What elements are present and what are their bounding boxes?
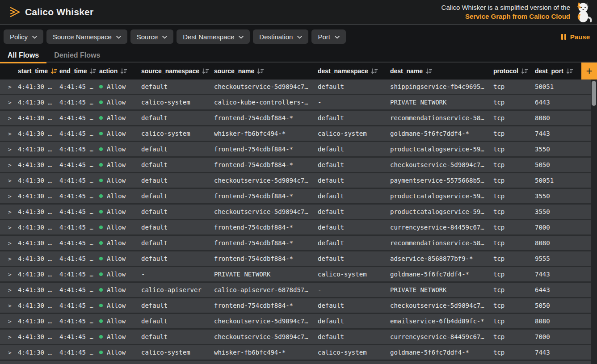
- action-label: Allow: [107, 161, 126, 168]
- column-header[interactable]: action: [99, 67, 141, 75]
- flow-row[interactable]: > 4:41:30 … 4:41:45 … Allow default chec…: [0, 314, 591, 330]
- action-label: Allow: [107, 83, 126, 90]
- row-expand-chevron[interactable]: >: [8, 255, 12, 262]
- cell-source-name: frontend-754cdbf884-*: [214, 192, 318, 200]
- flow-row[interactable]: > 4:41:30 … 4:41:45 … Allow - PRIVATE NE…: [0, 267, 591, 283]
- cell-dest-name: recommendationservice-58…: [390, 239, 493, 247]
- row-expand-chevron[interactable]: >: [8, 334, 12, 340]
- column-header-label: protocol: [493, 67, 518, 75]
- flow-row[interactable]: > 4:41:30 … 4:41:45 … Allow default chec…: [0, 205, 591, 220]
- pause-button[interactable]: Pause: [561, 33, 590, 41]
- chevron-down-icon: [116, 36, 121, 39]
- flow-row[interactable]: > 4:41:30 … 4:41:45 … Allow default chec…: [0, 330, 591, 345]
- service-graph-link[interactable]: Service Graph from Calico Cloud: [465, 12, 570, 21]
- cell-source-namespace: calico-system: [141, 99, 214, 106]
- sort-icon: [202, 68, 209, 74]
- flow-row[interactable]: > 4:41:30 … 4:41:45 … Allow default fron…: [0, 111, 591, 126]
- row-expand-chevron[interactable]: >: [8, 224, 12, 231]
- row-expand-chevron[interactable]: >: [8, 240, 12, 247]
- allow-status-dot: [99, 194, 103, 198]
- cell-end-time: 4:41:45 …: [59, 192, 99, 200]
- cell-source-name: checkoutservice-5d9894c7…: [214, 208, 318, 215]
- cell-source-name: checkoutservice-5d9894c7…: [214, 333, 318, 340]
- filter-toolbar: Policy Source Namespace Source Dest Name…: [0, 25, 597, 48]
- chevron-down-icon: [162, 36, 167, 39]
- cell-action: Allow: [99, 302, 141, 309]
- filter-button[interactable]: Source Namespace: [46, 29, 127, 44]
- filter-button[interactable]: Source: [130, 29, 174, 44]
- column-header[interactable]: source_namespace: [141, 67, 214, 75]
- column-header[interactable]: dest_namespace: [318, 67, 390, 75]
- row-expand-chevron[interactable]: >: [8, 349, 12, 356]
- column-header-label: action: [99, 67, 118, 75]
- cell-end-time: 4:41:45 …: [59, 333, 99, 340]
- flow-row[interactable]: > 4:41:30 … 4:41:45 … Allow default fron…: [0, 189, 591, 205]
- flow-row[interactable]: > 4:41:30 … 4:41:45 … Allow calico-syste…: [0, 95, 591, 111]
- cell-source-name: PRIVATE NETWORK: [214, 271, 318, 278]
- sort-icon: [566, 68, 573, 74]
- row-expand-chevron[interactable]: >: [8, 146, 12, 153]
- vertical-scrollbar[interactable]: [591, 79, 597, 364]
- cell-dest-namespace: default: [318, 302, 390, 309]
- cell-protocol: tcp: [493, 349, 535, 356]
- row-expand-chevron[interactable]: >: [8, 115, 12, 121]
- sort-icon: [521, 68, 528, 74]
- column-header[interactable]: dest_port: [535, 67, 581, 75]
- cell-dest-namespace: -: [318, 286, 390, 293]
- flow-row[interactable]: > 4:41:30 … 4:41:45 … Allow calico-apise…: [0, 283, 591, 298]
- row-expand-chevron[interactable]: >: [8, 177, 12, 184]
- cell-dest-port: 3550: [535, 192, 591, 200]
- cell-start-time: 4:41:30 …: [18, 130, 59, 137]
- allow-status-dot: [99, 116, 103, 120]
- cell-expander: >: [0, 271, 18, 278]
- column-header[interactable]: dest_name: [390, 67, 493, 75]
- row-expand-chevron[interactable]: >: [8, 318, 12, 325]
- row-expand-chevron[interactable]: >: [8, 99, 12, 106]
- cell-source-namespace: default: [141, 192, 214, 200]
- row-expand-chevron[interactable]: >: [8, 271, 12, 278]
- cell-protocol: tcp: [493, 224, 535, 231]
- row-expand-chevron[interactable]: >: [8, 84, 12, 90]
- cell-expander: >: [0, 146, 18, 153]
- cell-action: Allow: [99, 192, 141, 200]
- table-header-columns: start_time end_time: [0, 63, 581, 79]
- flows-tab[interactable]: Denied Flows: [46, 48, 108, 63]
- cell-start-time: 4:41:30 …: [18, 99, 59, 106]
- flow-row[interactable]: > 4:41:30 … 4:41:45 … Allow calico-syste…: [0, 345, 591, 361]
- cell-dest-port: 7000: [535, 224, 591, 231]
- column-header[interactable]: start_time: [18, 67, 59, 75]
- column-header[interactable]: protocol: [493, 67, 535, 75]
- scrollbar-thumb[interactable]: [592, 81, 596, 106]
- cell-dest-port: 5050: [535, 302, 591, 309]
- row-expand-chevron[interactable]: >: [8, 209, 12, 215]
- column-header-label: source_name: [214, 67, 254, 75]
- row-expand-chevron[interactable]: >: [8, 193, 12, 200]
- row-expand-chevron[interactable]: >: [8, 302, 12, 309]
- cell-source-namespace: default: [141, 146, 214, 153]
- row-expand-chevron[interactable]: >: [8, 287, 12, 293]
- filter-button-label: Dest Namespace: [183, 33, 234, 41]
- column-header[interactable]: source_name: [214, 67, 318, 75]
- flows-tab[interactable]: All Flows: [0, 48, 46, 63]
- filter-button[interactable]: Dest Namespace: [177, 29, 250, 44]
- flow-row[interactable]: > 4:41:30 … 4:41:45 … Allow default fron…: [0, 158, 591, 173]
- flow-row[interactable]: > 4:41:30 … 4:41:45 … Allow default chec…: [0, 79, 591, 95]
- flow-row[interactable]: > 4:41:30 … 4:41:45 … Allow default fron…: [0, 142, 591, 158]
- pause-icon: [561, 34, 566, 40]
- filter-button[interactable]: Policy: [4, 29, 43, 44]
- row-expand-chevron[interactable]: >: [8, 130, 12, 137]
- flow-row[interactable]: > 4:41:30 … 4:41:45 … Allow default fron…: [0, 251, 591, 267]
- flow-row[interactable]: > 4:41:30 … 4:41:45 … Allow default fron…: [0, 220, 591, 236]
- row-expand-chevron[interactable]: >: [8, 162, 12, 168]
- cell-dest-port: 7443: [535, 349, 591, 356]
- flow-row[interactable]: > 4:41:30 … 4:41:45 … Allow default fron…: [0, 298, 591, 314]
- cell-start-time: 4:41:30 …: [18, 114, 59, 121]
- flow-row[interactable]: > 4:41:30 … 4:41:45 … Allow default fron…: [0, 236, 591, 251]
- cell-expander: >: [0, 239, 18, 247]
- flow-row[interactable]: > 4:41:30 … 4:41:45 … Allow default chec…: [0, 173, 591, 189]
- add-column-button[interactable]: +: [581, 63, 597, 79]
- filter-button[interactable]: Port: [311, 29, 346, 44]
- filter-button[interactable]: Destination: [253, 29, 308, 44]
- column-header[interactable]: end_time: [59, 67, 99, 75]
- flow-row[interactable]: > 4:41:30 … 4:41:45 … Allow calico-syste…: [0, 126, 591, 142]
